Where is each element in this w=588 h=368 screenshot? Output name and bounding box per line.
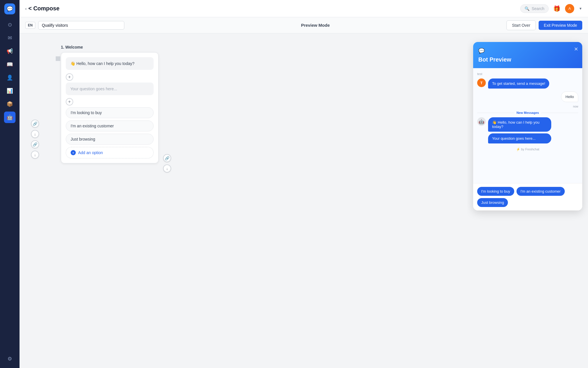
add-button-1[interactable]: + bbox=[66, 73, 73, 81]
bot-messages: 👋 Hello, how can I help you today? Your … bbox=[488, 117, 551, 143]
chat-body: test T To get started, send a message! H… bbox=[473, 68, 582, 183]
bot-name-input[interactable] bbox=[38, 21, 124, 30]
canvas-area: 🔗 ↓ 🔗 ↓ 1. Welcome 👋 Hello, how can I he… bbox=[20, 33, 588, 368]
chat-window: 💬 Bot Preview ✕ test T To get started, s… bbox=[473, 42, 582, 210]
chat-header: 💬 Bot Preview ✕ bbox=[473, 42, 582, 68]
search-label: Search bbox=[532, 6, 544, 11]
sidebar-item-home[interactable]: ⊙ bbox=[4, 19, 16, 30]
avatar-chevron[interactable]: ▼ bbox=[579, 7, 582, 11]
sidebar-item-contacts[interactable]: 👤 bbox=[4, 72, 16, 83]
connector-down-right[interactable]: ↓ bbox=[163, 164, 171, 172]
bot-message-2: Your question goes here... bbox=[488, 133, 551, 143]
greeting-message: 👋 Hello, how can I help you today? bbox=[66, 57, 154, 70]
sidebar-item-campaigns[interactable]: 📢 bbox=[4, 45, 16, 57]
preview-bar: EN Preview Mode Start Over Exit Preview … bbox=[20, 17, 588, 33]
add-option-label: Add an option bbox=[78, 150, 103, 155]
bot-response-row: 🤖 👋 Hello, how can I help you today? You… bbox=[477, 117, 578, 143]
sidebar-item-inbox[interactable]: ✉ bbox=[4, 32, 16, 44]
bot-preview-panel: 💬 Bot Preview ✕ test T To get started, s… bbox=[467, 33, 588, 368]
compose-title: < Compose bbox=[28, 5, 59, 12]
sidebar-item-reports[interactable]: 📊 bbox=[4, 85, 16, 97]
option-3[interactable]: Just browsing bbox=[66, 134, 154, 145]
bot-prompt-row: T To get started, send a message! bbox=[477, 78, 578, 89]
main-area: ‹ < Compose 🔍 Search 🎁 A ▼ EN Preview Mo… bbox=[20, 0, 588, 368]
sidebar-item-knowledge[interactable]: 📖 bbox=[4, 59, 16, 70]
gift-icon[interactable]: 🎁 bbox=[553, 5, 560, 12]
connector-link-2[interactable]: 🔗 bbox=[31, 140, 39, 148]
add-option-button[interactable]: + Add an option bbox=[66, 147, 154, 158]
bot-message-1: 👋 Hello, how can I help you today? bbox=[488, 117, 551, 132]
search-icon: 🔍 bbox=[525, 6, 529, 11]
flow-node: 👋 Hello, how can I help you today? + You… bbox=[61, 52, 158, 163]
avatar[interactable]: A bbox=[565, 4, 574, 13]
step-label: 1. Welcome bbox=[61, 45, 158, 49]
connector-link-right[interactable]: 🔗 bbox=[163, 154, 171, 162]
add-button-2[interactable]: + bbox=[66, 98, 73, 106]
topbar-right: 🔍 Search 🎁 A ▼ bbox=[520, 4, 582, 13]
sidebar-item-products[interactable]: 📦 bbox=[4, 98, 16, 110]
option-1[interactable]: I'm looking to buy bbox=[66, 107, 154, 118]
chat-option-2[interactable]: I'm an existing customer bbox=[517, 187, 565, 196]
preview-mode-label: Preview Mode bbox=[127, 23, 504, 28]
user-avatar: T bbox=[477, 78, 486, 87]
start-over-button[interactable]: Start Over bbox=[506, 20, 536, 30]
user-message-bubble: Hello bbox=[561, 91, 578, 102]
left-connectors: 🔗 ↓ 🔗 ↓ bbox=[31, 120, 39, 159]
question-bubble: Your question goes here... bbox=[66, 83, 154, 95]
time-label: now bbox=[573, 105, 578, 108]
bot-prompt-bubble: To get started, send a message! bbox=[488, 78, 549, 89]
connector-down-2[interactable]: ↓ bbox=[31, 151, 39, 159]
app-logo[interactable]: 💬 bbox=[4, 3, 15, 14]
flow-node-wrapper: 1. Welcome 👋 Hello, how can I help you t… bbox=[61, 45, 158, 163]
sidebar-item-settings[interactable]: ⚙ bbox=[4, 353, 16, 365]
exit-preview-button[interactable]: Exit Preview Mode bbox=[539, 21, 582, 30]
new-messages-divider: New Messages bbox=[477, 111, 578, 114]
chat-option-3[interactable]: Just browsing bbox=[477, 198, 508, 207]
connector-down-1[interactable]: ↓ bbox=[31, 130, 39, 138]
connector-link-1[interactable]: 🔗 bbox=[31, 120, 39, 128]
by-freshchat-label: ⚡ by Freshchat bbox=[477, 146, 578, 152]
sidebar: 💬 ⊙ ✉ 📢 📖 👤 📊 📦 🤖 ⚙ bbox=[0, 0, 20, 368]
close-chat-button[interactable]: ✕ bbox=[574, 46, 578, 52]
topbar: ‹ < Compose 🔍 Search 🎁 A ▼ bbox=[20, 0, 588, 17]
bot-preview-title: Bot Preview bbox=[478, 56, 577, 63]
test-label: test bbox=[477, 72, 482, 76]
search-box[interactable]: 🔍 Search bbox=[520, 4, 549, 13]
option-2[interactable]: I'm an existing customer bbox=[66, 120, 154, 131]
chat-option-1[interactable]: I'm looking to buy bbox=[477, 187, 514, 196]
flow-canvas: 🔗 ↓ 🔗 ↓ 1. Welcome 👋 Hello, how can I he… bbox=[20, 33, 467, 368]
right-connectors: 🔗 ↓ bbox=[163, 154, 171, 172]
chat-header-icon: 💬 bbox=[478, 48, 577, 54]
chat-options: I'm looking to buy I'm an existing custo… bbox=[473, 183, 582, 210]
lang-badge: EN bbox=[25, 22, 35, 29]
node-handle bbox=[56, 56, 60, 61]
sidebar-item-bots[interactable]: 🤖 bbox=[4, 112, 16, 123]
back-button[interactable]: ‹ < Compose bbox=[25, 5, 59, 12]
back-icon: ‹ bbox=[25, 6, 27, 11]
plus-icon: + bbox=[71, 150, 76, 155]
bot-avatar: 🤖 bbox=[477, 117, 486, 126]
